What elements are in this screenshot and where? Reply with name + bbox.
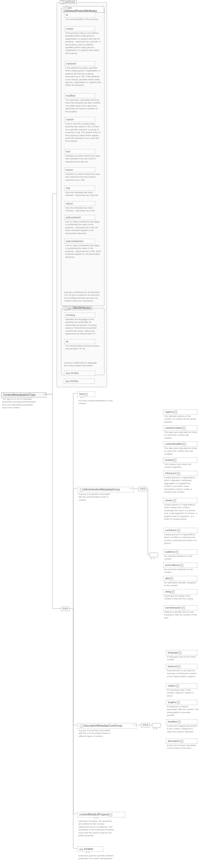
any-attr-1: any ##other [64,371,95,376]
ext-range: 0..∞ [94,816,98,819]
plus-icon: + [173,499,176,502]
plus-icon: + [180,740,183,743]
attr-desc: Indicates by which means the value was e… [64,154,102,164]
plus-icon: + [178,665,180,668]
attr-id: id [64,12,95,18]
plus-icon: + [180,564,183,567]
root-type-label: ContentMetadataAcDType [3,393,35,396]
element-desc: A party (person or organisation) which m… [163,533,198,546]
attr-desc: The local identifier of the property. [64,18,102,21]
element-altId: altId+ [163,576,197,581]
plus-icon: + [182,607,185,609]
element-located: located+ [163,458,197,463]
plus-icon: + [178,651,181,654]
attr-whyuri: whyuri [64,201,95,206]
plus-icon: + [170,577,173,580]
element-desc: Reflects a specific kind of user interac… [163,610,198,620]
attr-desc: If the property value is not defined, sp… [64,31,102,55]
element-desc: Free-text term to be used for indexing o… [166,669,200,679]
attr-how: how [64,149,95,154]
element-infoSource: infoSource+ [163,471,197,476]
attr-desc: If set to true the corresponding propert… [64,122,102,143]
icon-desc: An iconic visual identification of the c… [77,399,115,406]
element-headline: headline+ [166,719,197,724]
plus-icon: + [85,393,88,396]
element-desc: An excluded audience for the content. [163,567,198,575]
plus-icon: + [177,529,180,532]
common-power-header: − grp commonPowerAttributes [63,6,104,13]
element-keyword: keyword+ [166,664,197,669]
element-desc: An alternative identifier assigned to th… [163,581,198,588]
admin-choice [149,553,158,557]
any-attr-2: any ##other [64,379,95,384]
descr-sequence: ⊟⊟⊟ [141,723,150,727]
attr-desc: One or many constraints that apply to pu… [64,244,102,259]
plus-icon: + [183,443,186,445]
plus-icon: + [176,551,178,554]
attr-custom: custom [64,117,95,122]
element-desc: An important topic of the content; what … [166,688,200,698]
element-slugline: slugline+ [166,700,197,705]
root-type-desc: The type for a set of metadata propertie… [1,397,39,410]
element-userInteraction: userInteraction+ [163,605,197,611]
attr-desc: Why the metadata has been included - exp… [64,206,102,213]
icon-range: 0..∞ [80,396,84,399]
root-type-box: ContentMetadataAcDType [1,392,46,398]
admin-sequence: ⊟⊟⊟ [138,487,147,491]
admin-group: − AdministrativeMetadataGroup [77,487,134,492]
plus-icon: + [174,411,177,413]
element-desc: The editorial urgency of the content, as… [163,414,198,424]
attr-desc: Specifies the language of this property … [64,317,102,336]
any-range: 0..∞ [86,851,90,854]
i18n-header: − grp i18nAttributes [63,306,92,310]
element-desc: The location from which the content orig… [163,463,198,469]
descr-inner-range: 0..∞ [154,727,158,730]
any-element: any ##other [77,846,103,852]
element-subject: subject+ [166,683,197,688]
element-desc: An intended audience for the content. [163,554,198,561]
any-desc: Extension point for provider-defined pro… [77,854,115,861]
attr-desc: One or many constraints that apply to pu… [64,220,102,236]
descr-desc: A group of properties associated with th… [77,728,115,738]
element-desc: A free-form textual description of the c… [166,744,200,750]
element-rating: rating+ [163,589,197,594]
element-contributor: contributor+ [163,528,197,533]
plus-icon: + [176,685,179,687]
plus-icon: + [177,701,180,704]
element-desc: A party (person or organisation) which o… [163,476,198,494]
attr-desc: Indicates by which means the value was e… [64,172,102,182]
plus-icon: + [172,591,175,593]
element-language: language+ [166,650,197,655]
i18n-container: − grp i18nAttributes xml:langSpecifies t… [61,308,104,375]
minus-icon: − [62,1,64,4]
ext-property: contentMetaExtProperty+ [77,812,126,817]
element-desc: A language used by the news content [166,655,200,662]
attributes-header: − attributes [60,0,77,4]
element-contentModified: contentModified+ [163,441,197,447]
attr-desc: The directionality of textual content (e… [64,344,102,351]
element-exclAudience: exclAudience+ [163,563,197,568]
power-group-desc: A group of attributes for all elements o… [63,290,101,303]
element-description: description+ [166,739,197,744]
element-desc: The date (and optionally the time) on wh… [163,446,198,456]
descr-choice [152,723,161,727]
element-creator: creator+ [163,498,197,503]
attr-desc: The date (and, optionally, the time) whe… [64,98,102,114]
attr-desc: If the attribute is empty, specifies whi… [64,66,102,87]
attr-howuri: howuri [64,167,95,172]
attr-pubconstraint: pubconstraint [64,215,95,220]
minus-icon: − [65,7,67,9]
attr-creatoruri: creatoruri [64,61,95,66]
sequence-connector: ⊟⊟⊟ [61,607,70,611]
attr-modified: modified [64,93,95,98]
attributes-container: − attributes − grp commonPowerAttributes… [57,2,107,387]
plus-icon: + [109,813,112,816]
plus-icon: + [177,472,180,475]
admin-desc: A group of properties associated with th… [77,492,115,502]
plus-icon: + [173,459,176,462]
element-desc: A sequence of tokens associated with the… [166,705,200,717]
element-contentCreated: contentCreated+ [163,426,197,431]
attr-why: why [64,186,95,191]
minus-icon: − [65,307,67,310]
minus-icon: − [80,725,82,727]
